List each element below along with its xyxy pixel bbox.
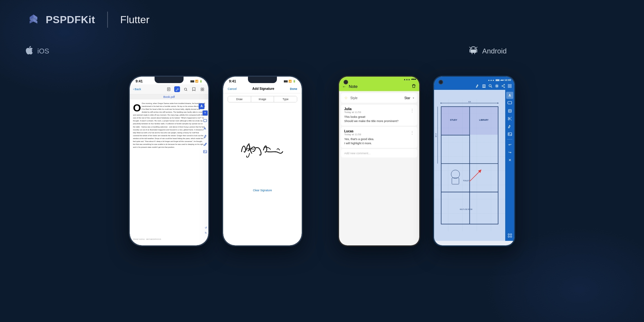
book-icon-a2[interactable] xyxy=(482,84,486,89)
ios-label: iOS xyxy=(37,47,49,55)
svg-point-1 xyxy=(474,48,475,49)
svg-line-25 xyxy=(491,87,492,88)
search-icon-a2[interactable] xyxy=(488,84,492,89)
android2-status-bar: ▲▲▲ ▮▮▮ ▰▰ 12:00 xyxy=(434,77,514,83)
back-button[interactable]: ‹ Back xyxy=(133,88,141,91)
android1-delete-button[interactable] xyxy=(412,84,416,89)
svg-rect-19 xyxy=(204,119,207,122)
sidebar-crop-btn[interactable] xyxy=(506,107,513,114)
sidebar-image-btn[interactable] xyxy=(506,130,513,137)
settings-icon-a2[interactable] xyxy=(495,84,499,89)
svg-text:80°-0°: 80°-0° xyxy=(435,133,437,137)
svg-text:TOILET: TOILET xyxy=(463,180,469,182)
status-icons: ▮▮▮ 📶 🔋 xyxy=(190,80,203,83)
share-icon-a2[interactable] xyxy=(501,84,505,89)
svg-point-24 xyxy=(489,85,491,87)
style-row[interactable]: ☆ Style Star ▾ xyxy=(341,93,417,103)
filename: Book.pdf xyxy=(130,94,208,99)
add-comment-field[interactable]: Add new comment... xyxy=(341,149,417,157)
close-btn[interactable]: ✕ xyxy=(506,156,513,164)
signature-canvas[interactable] xyxy=(223,105,302,189)
sidebar-pen-btn[interactable] xyxy=(506,123,513,130)
svg-line-30 xyxy=(503,85,504,86)
image-btn[interactable] xyxy=(203,149,208,154)
comment-julia-menu[interactable]: ⋮ xyxy=(410,108,414,113)
svg-text:8.5: 8.5 xyxy=(469,101,471,103)
svg-rect-68 xyxy=(508,101,512,104)
sidebar-a-btn[interactable]: A xyxy=(506,92,513,99)
svg-line-6 xyxy=(469,47,470,48)
grid-icon-btn[interactable] xyxy=(199,86,205,92)
svg-line-14 xyxy=(186,90,187,91)
bookmark-icon-btn[interactable] xyxy=(191,86,197,92)
book-author: FRANZ KAFKA · METAMORPHOSIS xyxy=(133,238,161,241)
back-label: Back xyxy=(135,88,141,91)
iphone-notch xyxy=(155,77,184,83)
svg-point-0 xyxy=(471,48,472,49)
status-icons-2: ▮▮▮ 📶 🔋 xyxy=(284,80,296,83)
highlight-btn[interactable] xyxy=(203,126,208,131)
cancel-button[interactable]: Cancel xyxy=(228,87,237,90)
android-note-screen: ▲▲▲ ▰▰▰ ← Note ☆ Style Star ▾ xyxy=(339,77,419,245)
svg-rect-79 xyxy=(510,234,512,235)
annotation-sidebar: T xyxy=(202,109,208,156)
tab-type[interactable]: Type xyxy=(274,96,297,102)
comment-lucas: Lucas Today at 11:53 ⋮ Yes, that's a goo… xyxy=(341,127,417,148)
header-divider xyxy=(107,12,108,28)
svg-line-75 xyxy=(509,117,512,119)
text-annotation-btn[interactable]: T xyxy=(203,110,208,116)
comment-lucas-name: Lucas xyxy=(344,129,361,133)
comment-julia-header: Julia Today at 11:53 ⋮ xyxy=(344,107,414,114)
svg-rect-20 xyxy=(204,150,207,153)
pen-btn[interactable] xyxy=(203,134,208,139)
draw-pen-btn[interactable] xyxy=(203,141,208,147)
svg-point-28 xyxy=(502,86,503,87)
edit-icon-btn[interactable] xyxy=(174,86,180,92)
comment-lucas-menu[interactable]: ⋮ xyxy=(410,130,414,135)
comment-julia-time: Today at 11:53 xyxy=(344,111,361,114)
doc-icon-btn[interactable] xyxy=(166,86,172,92)
blueprint-area: STUDY LIBRARY TOILET MULTI-USE ROOM 8.5 … xyxy=(434,90,505,241)
iphone-notch-2 xyxy=(248,77,277,83)
style-label: Style xyxy=(350,96,402,100)
done-button[interactable]: Done xyxy=(290,87,297,90)
next-page-btn[interactable]: ↻ xyxy=(205,231,207,235)
android-blueprint: ▲▲▲ ▮▮▮ ▰▰ 12:00 xyxy=(433,76,515,246)
phone1-toolbar: ‹ Back xyxy=(130,84,208,94)
grid-icon-a2[interactable] xyxy=(508,84,512,89)
iphone-book-screen: 9:41 ▮▮▮ 📶 🔋 ‹ Back xyxy=(130,77,208,245)
android-camera-2 xyxy=(439,80,443,84)
pspdfkit-logo-icon xyxy=(26,12,41,27)
tab-image[interactable]: Image xyxy=(251,96,274,102)
comment-julia-text: This looks great! Should we make the tit… xyxy=(344,115,414,123)
android-camera xyxy=(344,80,348,84)
svg-line-31 xyxy=(503,86,504,87)
android-note: ▲▲▲ ▰▰▰ ← Note ☆ Style Star ▾ xyxy=(338,76,420,246)
signal-icon-a2: ▮▮▮ xyxy=(496,79,499,81)
edit-icon-a2[interactable] xyxy=(476,84,479,89)
battery-icon-a1: ▰▰▰ xyxy=(411,78,416,80)
prev-page-btn[interactable]: ↺ xyxy=(205,226,207,230)
sidebar-comment-btn[interactable] xyxy=(506,99,513,107)
svg-rect-18 xyxy=(203,90,204,91)
battery-icon: 🔋 xyxy=(199,80,203,83)
android1-back-button[interactable]: ← xyxy=(342,84,346,89)
ios-icon xyxy=(26,46,33,56)
iphone-signature-screen: 9:41 ▮▮▮ 📶 🔋 Cancel Add Signature Done D… xyxy=(223,77,302,245)
iphone-book-pdf: 9:41 ▮▮▮ 📶 🔋 ‹ Back xyxy=(129,76,209,246)
style-chevron-icon: ▾ xyxy=(413,97,414,99)
undo-btn[interactable]: ↩ xyxy=(506,141,513,148)
comment-btn[interactable] xyxy=(203,118,208,123)
sidebar-scissor-btn[interactable] xyxy=(506,115,513,122)
tab-draw[interactable]: Draw xyxy=(228,96,251,102)
ios-platform-label: iOS xyxy=(26,46,182,56)
clear-signature-button[interactable]: Clear Signature xyxy=(223,189,302,195)
time-a2: 12:00 xyxy=(505,79,511,81)
bottom-grid-btn[interactable] xyxy=(506,232,513,239)
search-icon-btn[interactable] xyxy=(183,86,188,92)
battery-icon-a2: ▰▰ xyxy=(500,79,504,81)
signature-tabs: Draw Image Type xyxy=(228,96,297,102)
redo-btn[interactable]: ↪ xyxy=(506,149,513,156)
android-platform-label: Android xyxy=(456,46,618,56)
svg-line-7 xyxy=(476,47,477,48)
